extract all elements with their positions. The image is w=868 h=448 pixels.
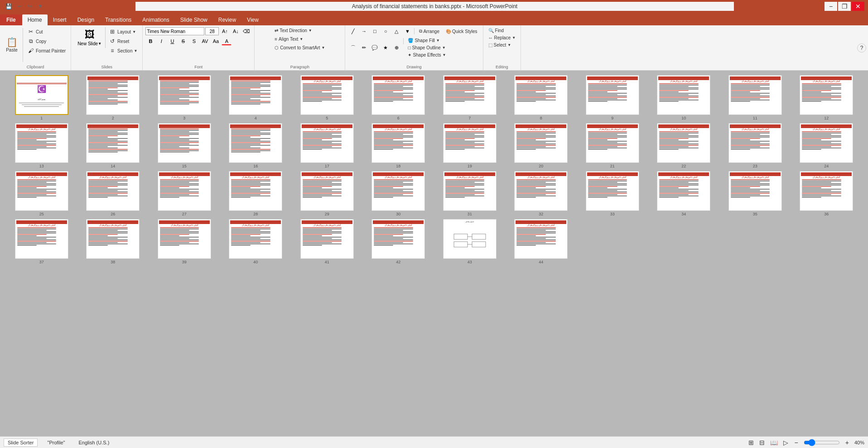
customize-quick-access-icon[interactable]: ▼ [36,2,45,10]
new-slide-dropdown-icon[interactable]: ▼ [98,42,101,46]
align-text-button[interactable]: ≡ Align Text ▼ [272,36,305,43]
slide-item[interactable]: آشنایی با امورهای مالی و ویژگی‌های آن6 [364,75,433,120]
arrow-tool[interactable]: → [359,27,369,35]
shape-more[interactable]: ▼ [402,27,412,35]
slide-item[interactable]: آشنایی با امورهای مالی و ویژگی‌های آن22 [650,123,719,168]
slide-item[interactable]: آشنایی با امورهای مالی و ویژگی‌های آن30 [364,171,433,216]
slide-item[interactable]: ☪️بسم الله1 [7,75,76,120]
slide-thumb-37[interactable]: آشنایی با امورهای مالی و ویژگی‌های آن [15,219,68,259]
paste-button[interactable]: 📋 Paste [3,27,21,63]
slide-item[interactable]: آشنایی با امورهای مالی و ویژگی‌های آن24 [792,123,861,168]
slide-thumb-41[interactable]: آشنایی با امورهای مالی و ویژگی‌های آن [300,219,354,259]
slide-thumb-2[interactable] [86,75,140,115]
cut-button[interactable]: ✂ Cut [25,27,68,36]
zoom-in-button[interactable]: + [844,439,851,446]
slide-thumb-17[interactable]: آشنایی با امورهای مالی و ویژگی‌های آن [300,123,354,163]
slide-item[interactable]: آشنایی با امورهای مالی و ویژگی‌های آن31 [435,171,504,216]
slide-thumb-3[interactable] [158,75,211,115]
shape-effects-button[interactable]: ✦ Shape Effects ▼ [405,52,448,58]
slideshow-button[interactable]: ▷ [782,438,789,447]
slide-thumb-1[interactable]: ☪️بسم الله [15,75,68,115]
slide-thumb-30[interactable]: آشنایی با امورهای مالی و ویژگی‌های آن [371,171,425,211]
clear-format-button[interactable]: ⌫ [241,27,251,35]
slide-thumb-16[interactable] [229,123,282,163]
slide-item[interactable]: آشنایی با امورهای مالی و ویژگی‌های آن21 [578,123,647,168]
tab-view[interactable]: View [241,14,264,25]
reading-view-button[interactable]: 📖 [769,438,779,447]
layout-button[interactable]: ⊞ Layout ▼ [106,27,140,36]
triangle-tool[interactable]: △ [391,27,401,35]
star-tool[interactable]: ★ [381,44,391,52]
connector-tool[interactable]: ⌒ [348,44,358,52]
slide-item[interactable]: آشنایی با امورهای مالی و ویژگی‌های آن8 [507,75,576,120]
redo-icon[interactable]: ↪ [26,2,34,10]
slide-item[interactable]: آشنایی با امورهای مالی و ویژگی‌های آن12 [792,75,861,120]
freeform-tool[interactable]: ✏ [359,44,369,52]
slide-item[interactable]: آشنایی با امورهای مالی و ویژگی‌های آن33 [578,171,647,216]
tab-home[interactable]: Home [22,14,48,25]
slide-item[interactable]: آشنایی با امورهای مالی و ویژگی‌های آن9 [578,75,647,120]
slide-item[interactable]: آشنایی با امورهای مالی و ویژگی‌های آن32 [507,171,576,216]
slide-item[interactable]: آشنایی با امورهای مالی و ویژگی‌های آن34 [650,171,719,216]
tab-design[interactable]: Design [72,14,100,25]
help-button[interactable]: ? [857,43,866,52]
new-slide-button[interactable]: 🖼 New Slide ▼ [74,27,106,48]
font-name-input[interactable] [145,27,204,35]
slide-thumb-32[interactable]: آشنایی با امورهای مالی و ویژگی‌های آن [514,171,568,211]
slide-item[interactable]: آشنایی با امورهای مالی و ویژگی‌های آن13 [7,123,76,168]
slide-item[interactable]: آشنایی با امورهای مالی و ویژگی‌های آن5 [293,75,362,120]
tab-review[interactable]: Review [213,14,241,25]
slide-thumb-10[interactable]: آشنایی با امورهای مالی و ویژگی‌های آن [657,75,710,115]
bold-button[interactable]: B [145,37,155,45]
slide-item[interactable]: 15 [150,123,219,168]
rect-tool[interactable]: □ [370,27,380,35]
slide-item[interactable]: آشنایی با امورهای مالی و ویژگی‌های آن10 [650,75,719,120]
slide-thumb-29[interactable]: آشنایی با امورهای مالی و ویژگی‌های آن [300,171,354,211]
normal-view-button[interactable]: ⊞ [747,438,755,447]
slide-item[interactable]: جدول هدفی43 [435,219,504,264]
shadow-button[interactable]: S [189,37,199,45]
slide-thumb-9[interactable]: آشنایی با امورهای مالی و ویژگی‌های آن [586,75,639,115]
format-painter-button[interactable]: 🖌 Format Painter [25,46,68,55]
slide-thumb-5[interactable]: آشنایی با امورهای مالی و ویژگی‌های آن [300,75,354,115]
slide-thumb-4[interactable] [229,75,282,115]
change-case-button[interactable]: Aa [211,37,221,45]
slide-item[interactable]: آشنایی با امورهای مالی و ویژگی‌های آن44 [507,219,576,264]
underline-button[interactable]: U [167,37,177,45]
restore-button[interactable]: ❐ [838,2,851,11]
slide-thumb-44[interactable]: آشنایی با امورهای مالی و ویژگی‌های آن [514,219,568,259]
undo-icon[interactable]: ↩ [16,2,24,10]
slide-thumb-27[interactable]: آشنایی با امورهای مالی و ویژگی‌های آن [158,171,211,211]
slide-item[interactable]: آشنایی با امورهای مالی و ویژگی‌های آن38 [79,219,148,264]
slide-thumb-40[interactable]: آشنایی با امورهای مالی و ویژگی‌های آن [229,219,282,259]
slide-thumb-14[interactable] [86,123,140,163]
tab-transitions[interactable]: Transitions [100,14,137,25]
slide-thumb-33[interactable]: آشنایی با امورهای مالی و ویژگی‌های آن [586,171,639,211]
slide-item[interactable]: آشنایی با امورهای مالی و ویژگی‌های آن11 [721,75,790,120]
slide-item[interactable]: 14 [79,123,148,168]
slide-thumb-25[interactable]: آشنایی با امورهای مالی و ویژگی‌های آن [15,171,68,211]
minimize-button[interactable]: − [825,2,837,11]
quick-styles-button[interactable]: 🎨 Quick Styles [443,28,480,35]
oval-tool[interactable]: ○ [381,27,391,35]
close-button[interactable]: ✕ [852,2,864,11]
italic-button[interactable]: I [156,37,166,45]
slide-item[interactable]: آشنایی با امورهای مالی و ویژگی‌های آن26 [79,171,148,216]
slide-thumb-11[interactable]: آشنایی با امورهای مالی و ویژگی‌های آن [728,75,782,115]
language-tab[interactable]: English (U.S.) [74,438,113,447]
slide-item[interactable]: 4 [222,75,290,120]
shape-outline-button[interactable]: □ Shape Outline ▼ [405,44,448,51]
slide-thumb-13[interactable]: آشنایی با امورهای مالی و ویژگی‌های آن [15,123,68,163]
reset-button[interactable]: ↺ Reset [106,37,140,46]
slide-item[interactable]: آشنایی با امورهای مالی و ویژگی‌های آن7 [435,75,504,120]
slide-thumb-20[interactable]: آشنایی با امورهای مالی و ویژگی‌های آن [514,123,568,163]
increase-font-button[interactable]: A↑ [220,27,230,35]
save-icon[interactable]: 💾 [4,2,14,10]
slide-item[interactable]: آشنایی با امورهای مالی و ویژگی‌های آن27 [150,171,219,216]
slide-thumb-22[interactable]: آشنایی با امورهای مالی و ویژگی‌های آن [657,123,710,163]
slide-thumb-35[interactable]: آشنایی با امورهای مالی و ویژگی‌های آن [728,171,782,211]
text-direction-button[interactable]: ⇄ Text Direction ▼ [272,27,314,34]
zoom-slider[interactable] [804,439,840,446]
zoom-level[interactable]: 40% [854,440,864,445]
slide-thumb-43[interactable]: جدول هدفی [443,219,497,259]
